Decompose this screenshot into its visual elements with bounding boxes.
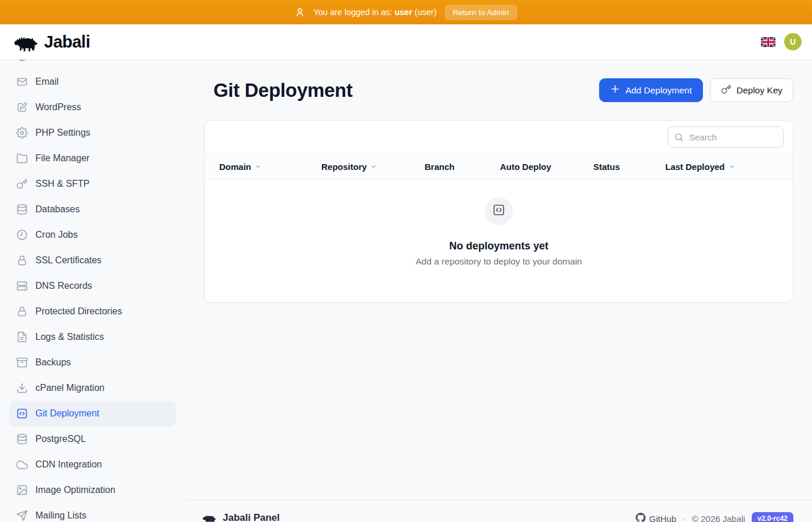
sidebar-item-label: Protected Directories [35,306,122,317]
column-header-auto-deploy: Auto Deploy [500,162,593,172]
boar-logo-icon [202,512,217,522]
mail-icon [16,76,28,88]
folder-icon [16,153,28,164]
send-icon [16,510,28,521]
search-input[interactable] [668,126,784,148]
github-link[interactable]: GitHub [636,513,676,522]
sidebar-item-email[interactable]: Email [9,69,176,95]
sidebar-item-git-deployment[interactable]: Git Deployment [9,401,176,426]
sidebar-item-label: SSH & SFTP [35,179,89,189]
sidebar-item-label: Email [35,77,59,87]
return-to-admin-button[interactable]: Return to Admin [445,5,517,20]
deploy-key-button[interactable]: Deploy Key [710,78,793,102]
sidebar-item-logs-statistics[interactable]: Logs & Statistics [9,324,176,350]
impersonated-username: user [394,8,412,17]
server-icon [16,280,28,292]
column-label: Status [593,162,620,172]
footer-separator: · [683,514,686,522]
chevron-down-icon [254,161,262,172]
user-icon [295,7,305,17]
sidebar-item-wordpress[interactable]: WordPress [9,95,176,120]
globe-icon [16,60,28,62]
footer-copyright: © 2026 Jabali [692,514,745,522]
deployments-card: DomainRepositoryBranchAuto DeployStatusL… [204,120,793,303]
sidebar-item-backups[interactable]: Backups [9,350,176,375]
code-icon [492,204,505,219]
uk-flag-icon[interactable] [761,37,775,47]
search-icon [674,132,684,144]
empty-state: No deployments yet Add a repository to d… [205,180,793,303]
sidebar-item-cdn-integration[interactable]: CDN Integration [9,452,176,477]
sidebar-item-image-optimization[interactable]: Image Optimization [9,477,176,503]
sidebar-item-label: PHP Settings [35,128,90,138]
sidebar-item-label: WordPress [35,102,81,113]
page: You are logged in as: user (user) Return… [0,0,812,522]
impersonation-banner: You are logged in as: user (user) Return… [0,0,812,24]
column-label: Last Deployed [665,162,725,172]
key-icon [16,178,28,190]
sidebar: EmailWordPressPHP SettingsFile ManagerSS… [0,60,186,522]
sidebar-item-partial[interactable] [9,60,176,69]
sidebar-item-dns-records[interactable]: DNS Records [9,273,176,299]
key-icon [721,84,731,97]
sidebar-item-file-manager[interactable]: File Manager [9,146,176,171]
app-header: Jabali U [0,24,812,60]
sidebar-item-ssh-sftp[interactable]: SSH & SFTP [9,171,176,197]
brand-name: Jabali [44,32,90,52]
image-icon [16,484,28,496]
sidebar-item-label: Cron Jobs [35,230,78,240]
sidebar-item-label: Mailing Lists [35,510,86,521]
column-header-domain[interactable]: Domain [219,161,321,172]
lock-icon [16,255,28,266]
empty-state-subtitle: Add a repository to deploy to your domai… [416,256,582,267]
main-content: Git Deployment Add Deployment Deploy Key [186,60,812,522]
footer-brand: Jabali Panel [202,512,280,522]
cloud-icon [16,459,28,470]
database-icon [16,433,28,445]
empty-state-title: No deployments yet [449,240,548,252]
add-deployment-button[interactable]: Add Deployment [599,78,703,102]
code-icon [16,408,28,419]
github-icon [636,513,646,522]
sidebar-item-label: CDN Integration [35,459,102,470]
search-box [668,126,784,148]
sidebar-item-cpanel-migration[interactable]: cPanel Migration [9,375,176,401]
sidebar-item-php-settings[interactable]: PHP Settings [9,120,176,146]
archive-icon [16,357,28,368]
database-icon [16,204,28,215]
user-avatar[interactable]: U [784,33,802,50]
column-header-repository[interactable]: Repository [321,161,425,172]
sidebar-item-label: Databases [35,204,80,215]
column-header-last-deployed[interactable]: Last Deployed [665,161,793,172]
sidebar-item-cron-jobs[interactable]: Cron Jobs [9,222,176,248]
page-title: Git Deployment [213,79,353,102]
empty-state-circle [485,197,513,225]
sidebar-item-label: SSL Certificates [35,255,102,266]
file-text-icon [16,331,28,343]
column-label: Auto Deploy [500,162,551,172]
edit-icon [16,102,28,113]
column-label: Repository [321,162,367,172]
sidebar-item-mailing-lists[interactable]: Mailing Lists [9,503,176,522]
sidebar-item-postgresql[interactable]: PostgreSQL [9,426,176,452]
sidebar-item-label: PostgreSQL [35,434,86,444]
sidebar-item-ssl-certificates[interactable]: SSL Certificates [9,248,176,273]
brand-logo[interactable]: Jabali [13,31,90,52]
table-header-row: DomainRepositoryBranchAuto DeployStatusL… [205,153,793,180]
chevron-down-icon [369,161,378,172]
column-label: Branch [425,162,455,172]
sidebar-item-label: Logs & Statistics [35,332,104,342]
sidebar-item-protected-directories[interactable]: Protected Directories [9,299,176,324]
sidebar-item-label: DNS Records [35,281,92,291]
column-label: Domain [219,162,251,172]
sidebar-item-databases[interactable]: Databases [9,197,176,222]
clock-icon [16,229,28,241]
sidebar-item-label: File Manager [35,153,89,164]
lock-icon [16,306,28,317]
download-icon [16,382,28,394]
chevron-down-icon [728,161,736,172]
column-header-status: Status [593,162,665,172]
sidebar-item-label: Backups [35,357,71,368]
boar-logo-icon [13,31,39,52]
gear-icon [16,127,28,139]
